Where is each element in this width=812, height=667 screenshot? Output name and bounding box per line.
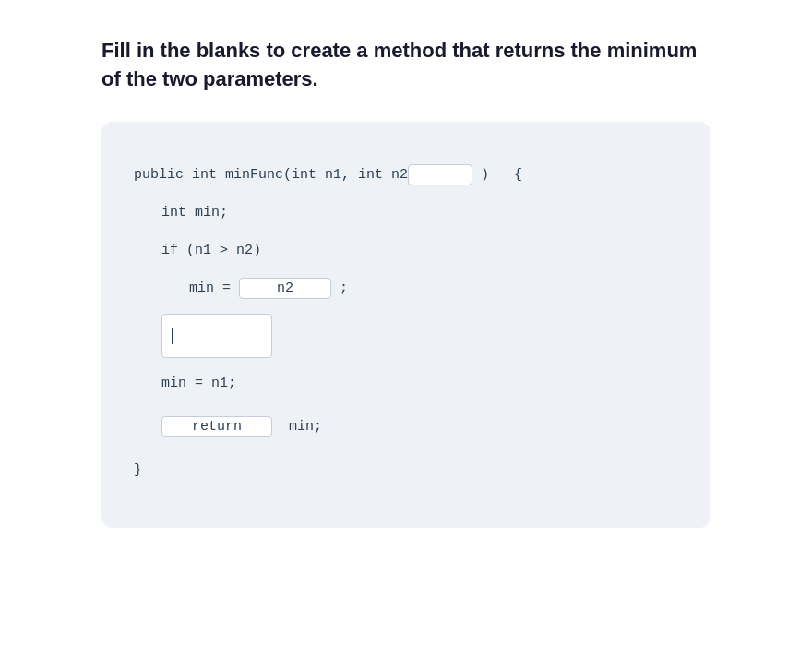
code-line-5-cursor xyxy=(134,314,678,358)
code-text-line2: int min; xyxy=(161,200,228,225)
code-line-1: public int minFunc(int n1, int n2 ) { xyxy=(134,162,678,187)
code-text-line4-suffix: ; xyxy=(331,276,348,301)
code-line-2: int min; xyxy=(134,200,678,225)
code-text-line4-prefix: min = xyxy=(189,276,239,301)
code-line-4: min = ; xyxy=(134,276,678,301)
blank-input-line1[interactable] xyxy=(408,164,472,185)
code-line-closing: } xyxy=(134,458,678,482)
code-text-line1-prefix: public int minFunc(int n1, int n2 xyxy=(134,162,408,187)
cursor-blink xyxy=(172,328,173,344)
blank-input-line4[interactable] xyxy=(239,278,331,299)
code-text-line1-paren: ) { xyxy=(472,162,522,187)
cursor-input[interactable] xyxy=(161,314,272,358)
code-text-line6: min = n1; xyxy=(161,371,236,396)
blank-input-return[interactable] xyxy=(161,416,272,437)
code-text-line7-suffix: min; xyxy=(272,414,322,439)
page-container: Fill in the blanks to create a method th… xyxy=(102,37,710,528)
code-line-3: if (n1 > n2) xyxy=(134,238,678,263)
code-line-6: min = n1; xyxy=(134,371,678,396)
code-panel: public int minFunc(int n1, int n2 ) { in… xyxy=(102,122,710,528)
code-text-closing-brace: } xyxy=(134,458,142,482)
question-title: Fill in the blanks to create a method th… xyxy=(102,37,710,94)
code-text-line3: if (n1 > n2) xyxy=(161,238,261,263)
code-line-7: min; xyxy=(134,414,678,439)
